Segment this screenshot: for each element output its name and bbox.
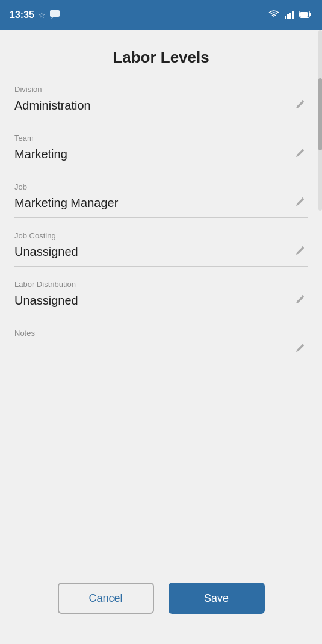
status-bar-right (268, 10, 312, 21)
labor-distribution-field-group: Labor Distribution Unassigned (14, 280, 308, 315)
star-icon: ☆ (38, 10, 46, 20)
svg-rect-3 (287, 14, 289, 19)
svg-rect-4 (289, 13, 291, 19)
team-field-group: Team Marketing (14, 134, 308, 169)
svg-marker-1 (51, 17, 54, 19)
division-value: Administration (14, 99, 91, 113)
form-section: Division Administration Team Marketing (14, 85, 308, 571)
status-time: 13:35 (10, 10, 34, 20)
scrollbar-track[interactable] (318, 30, 322, 211)
job-edit-icon[interactable] (292, 194, 308, 212)
message-icon (49, 10, 60, 21)
battery-icon (299, 10, 312, 20)
job-costing-label: Job Costing (14, 231, 308, 240)
notes-field-group: Notes (14, 329, 308, 364)
labor-distribution-edit-icon[interactable] (292, 291, 308, 310)
division-edit-icon[interactable] (292, 96, 308, 115)
notes-label: Notes (14, 329, 308, 338)
team-row: Marketing (14, 145, 308, 169)
labor-distribution-label: Labor Distribution (14, 280, 308, 289)
job-costing-value: Unassigned (14, 245, 78, 259)
save-button[interactable]: Save (169, 583, 265, 614)
team-label: Team (14, 134, 308, 143)
job-costing-field-group: Job Costing Unassigned (14, 231, 308, 267)
button-row: Cancel Save (14, 571, 308, 632)
svg-rect-5 (292, 11, 294, 19)
wifi-icon (268, 10, 280, 21)
job-row: Marketing Manager (14, 194, 308, 218)
status-bar: 13:35 ☆ (0, 0, 322, 30)
cancel-button[interactable]: Cancel (58, 583, 154, 614)
signal-icon (285, 10, 294, 20)
job-value: Marketing Manager (14, 196, 118, 210)
status-bar-left: 13:35 ☆ (10, 10, 60, 21)
svg-rect-2 (285, 16, 286, 19)
division-row: Administration (14, 96, 308, 120)
scrollbar-thumb (318, 78, 322, 150)
notes-edit-icon[interactable] (292, 340, 308, 359)
labor-distribution-row: Unassigned (14, 291, 308, 315)
main-content: Labor Levels Division Administration Tea… (0, 30, 322, 644)
team-edit-icon[interactable] (292, 145, 308, 164)
labor-distribution-value: Unassigned (14, 294, 78, 308)
svg-rect-8 (300, 12, 308, 17)
job-field-group: Job Marketing Manager (14, 182, 308, 218)
division-label: Division (14, 85, 308, 94)
notes-row (14, 340, 308, 364)
division-field-group: Division Administration (14, 85, 308, 120)
job-label: Job (14, 182, 308, 191)
job-costing-edit-icon[interactable] (292, 243, 308, 261)
svg-rect-0 (50, 10, 60, 17)
team-value: Marketing (14, 147, 67, 161)
svg-rect-7 (310, 13, 312, 16)
page-title: Labor Levels (14, 48, 308, 67)
job-costing-row: Unassigned (14, 243, 308, 267)
